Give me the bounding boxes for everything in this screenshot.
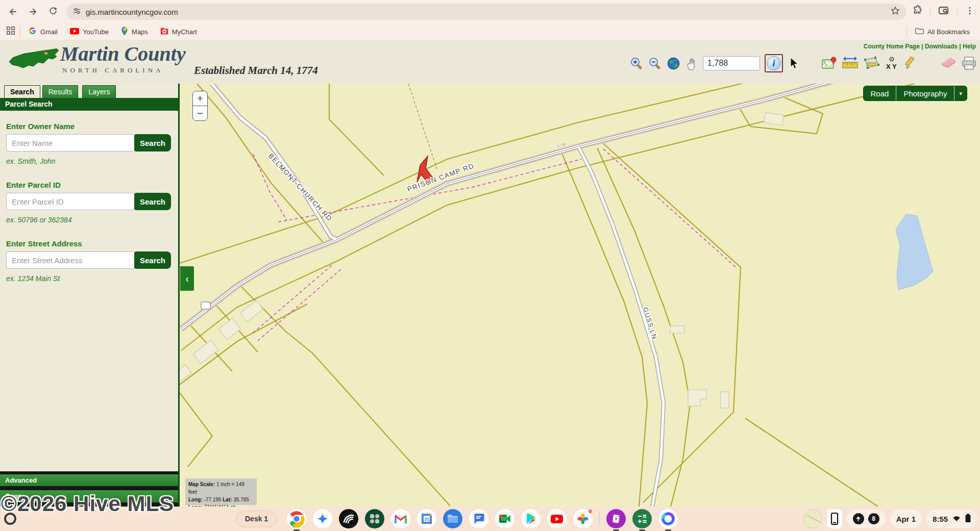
bookmark-maps[interactable]: Maps — [117, 25, 152, 39]
play-store-icon[interactable] — [521, 509, 541, 528]
screen: gis.martincountyncgov.com — [0, 0, 980, 531]
parcel-id-hint: ex. 50796 or 362384 — [6, 216, 171, 224]
parcel-lines — [180, 84, 915, 507]
print-icon[interactable] — [961, 56, 977, 71]
hive-mls-watermark: ©2026 Hive MLS — [1, 492, 174, 516]
taskbar-apps: Desk 1 31 — [236, 509, 678, 528]
date-pill[interactable]: Apr 1 — [890, 510, 922, 528]
tab-results[interactable]: Results — [42, 85, 79, 98]
chevron-down-icon: ▾ — [959, 90, 962, 97]
calendar-icon[interactable]: 31 — [417, 509, 436, 528]
bookmark-star-icon[interactable] — [890, 6, 900, 18]
measure-area-icon[interactable] — [863, 56, 880, 70]
date-label: Apr 1 — [896, 515, 916, 523]
parcel-search-form: Enter Owner Name Search ex. Smith, John … — [0, 111, 178, 283]
meet-icon[interactable] — [495, 509, 514, 528]
purple-notes-app-icon[interactable] — [606, 509, 626, 528]
link-help[interactable]: Help — [963, 43, 976, 50]
owner-search-button[interactable]: Search — [134, 134, 171, 151]
basemap-dropdown-button[interactable]: ▾ — [954, 86, 967, 100]
parcel-id-input[interactable] — [6, 193, 134, 210]
green-shapes-app-icon[interactable] — [365, 509, 384, 528]
system-tray[interactable]: 8:55 — [926, 510, 977, 528]
screenshot-thumbnail[interactable] — [803, 510, 822, 528]
established-tagline: Established March 14, 1774 — [194, 64, 318, 77]
clock-label: 8:55 — [933, 515, 948, 523]
nc-state-logo — [8, 46, 59, 73]
extensions-icon[interactable] — [912, 5, 923, 18]
bookmark-mychart[interactable]: MyChart — [156, 26, 201, 38]
road-label-belmont: BELMONT CHURCH RD — [267, 152, 334, 223]
phone-hub-icon[interactable] — [827, 509, 842, 528]
zoom-in-tool-icon[interactable] — [630, 57, 644, 70]
reload-icon[interactable] — [46, 4, 61, 19]
link-county-home[interactable]: County Home Page — [864, 43, 920, 50]
battery-icon — [965, 514, 971, 524]
map-scale-info: Map Scale: 1 inch = 149 feet Long: -77.1… — [185, 478, 257, 505]
owner-name-input[interactable] — [6, 134, 134, 151]
calculator-icon[interactable] — [632, 509, 652, 528]
panel-title: Parcel Search — [0, 98, 178, 111]
map-scale-input[interactable] — [703, 56, 760, 70]
address-bar[interactable]: gis.martincountyncgov.com — [66, 4, 906, 20]
eraser-icon[interactable] — [940, 57, 957, 70]
svg-text:31: 31 — [424, 517, 429, 522]
advanced-section-bar[interactable]: Advanced — [0, 474, 178, 486]
gmail-icon[interactable] — [391, 509, 410, 528]
back-icon[interactable] — [5, 4, 20, 19]
site-info-icon[interactable] — [72, 7, 81, 17]
full-extent-globe-icon[interactable] — [667, 57, 680, 70]
zoom-out-tool-icon[interactable] — [648, 57, 662, 70]
chrome-icon[interactable] — [287, 509, 306, 528]
map-canvas[interactable]: BELMONT CHURCH RD PRISON CAMP RD GUSS LN… — [180, 84, 980, 507]
map-zoom-in-button[interactable]: + — [193, 91, 207, 106]
url-text: gis.martincountyncgov.com — [86, 8, 178, 16]
photos-icon[interactable] — [573, 509, 593, 528]
desk-switcher[interactable]: Desk 1 — [236, 510, 277, 527]
sidebar-collapse-button[interactable]: ‹ — [180, 266, 194, 291]
basemap-photography-button[interactable]: Photography — [896, 86, 954, 100]
pond-polygon — [896, 214, 933, 290]
notification-tray[interactable]: 8 — [847, 510, 886, 528]
taskbar-status: 8 Apr 1 8:55 — [803, 509, 977, 528]
map-zoom-out-button[interactable]: − — [193, 106, 207, 120]
bookmark-youtube[interactable]: YouTube — [66, 26, 113, 38]
address-search-button[interactable]: Search — [134, 251, 171, 269]
basemap-road-button[interactable]: Road — [864, 86, 897, 100]
chat-icon[interactable] — [469, 509, 488, 528]
link-downloads[interactable]: Downloads — [925, 43, 958, 50]
map-zoom-control: + − — [192, 91, 208, 121]
files-icon[interactable] — [443, 509, 462, 528]
copilot-icon[interactable] — [658, 509, 678, 528]
parcel-search-button[interactable]: Search — [134, 193, 171, 210]
site-subtitle: NORTH CAROLINA — [62, 66, 163, 74]
screencast-icon[interactable] — [339, 509, 358, 528]
bookmark-gmail[interactable]: Gmail — [24, 25, 62, 38]
pointer-cursor-icon[interactable] — [788, 57, 800, 70]
identify-tool-selected[interactable]: i — [765, 54, 783, 72]
measure-distance-icon[interactable] — [842, 56, 859, 70]
sidebar-tabs: Search Results Layers — [0, 84, 116, 98]
gemini-icon[interactable] — [313, 509, 332, 528]
folder-icon — [915, 28, 924, 36]
tab-layers[interactable]: Layers — [82, 85, 116, 98]
update-icon — [853, 513, 864, 524]
tab-search[interactable]: Search — [4, 85, 40, 98]
browser-menu-icon[interactable] — [965, 6, 975, 18]
owner-name-label: Enter Owner Name — [6, 122, 171, 131]
draw-pencil-icon[interactable] — [903, 56, 919, 71]
apps-grid-icon[interactable] — [6, 26, 15, 37]
youtube-app-icon[interactable] — [547, 509, 567, 528]
locate-on-map-icon[interactable] — [821, 56, 837, 71]
all-bookmarks[interactable]: All Bookmarks — [911, 26, 974, 38]
xy-coordinates-icon[interactable]: XY — [885, 56, 899, 71]
map-toolbar: i XY — [630, 54, 977, 72]
tab-search-icon[interactable] — [938, 5, 950, 19]
svg-text:Y: Y — [892, 63, 897, 70]
street-address-hint: ex. 1234 Main St — [6, 274, 171, 283]
map-viewport[interactable]: BELMONT CHURCH RD PRISON CAMP RD GUSS LN… — [180, 84, 980, 507]
mychart-icon — [160, 27, 168, 37]
pan-hand-icon[interactable] — [685, 57, 698, 70]
forward-icon[interactable] — [26, 4, 41, 19]
street-address-input[interactable] — [6, 251, 134, 269]
